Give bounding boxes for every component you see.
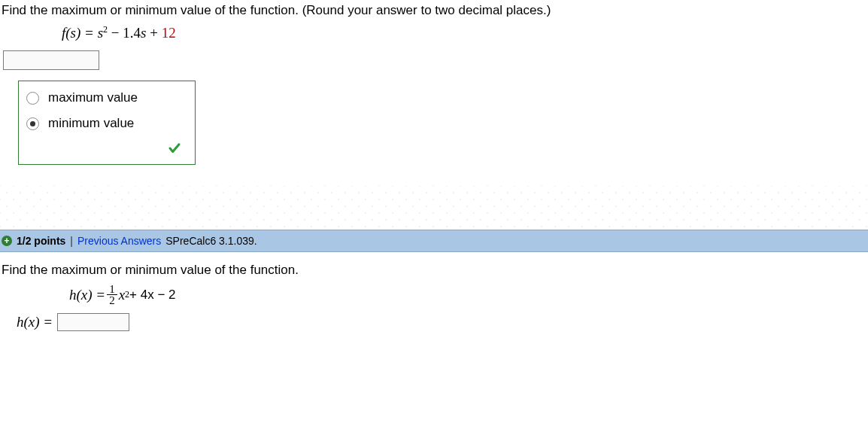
q1-option-max-label: maximum value (48, 90, 138, 105)
q1-option-max-row[interactable]: maximum value (26, 90, 187, 105)
q2-prompt: Find the maximum or minimum value of the… (2, 263, 868, 278)
q1-formula: f(s) = s2 − 1.4s + 12 (62, 24, 868, 41)
question-header: + 1/2 points | Previous Answers SPreCalc… (0, 230, 868, 252)
q1-const: 12 (162, 25, 176, 41)
header-divider: | (70, 235, 73, 247)
fraction-top: 1 (107, 284, 117, 295)
q1-value-input[interactable] (3, 50, 99, 70)
fraction-half: 1 2 (107, 284, 117, 306)
radio-min[interactable] (26, 117, 39, 130)
correct-mark (26, 142, 187, 158)
q2-xvar: x (119, 287, 125, 303)
q1-option-box: maximum value minimum value (18, 81, 196, 165)
question-reference: SPreCalc6 3.1.039. (165, 235, 256, 247)
question-2: Find the maximum or minimum value of the… (0, 252, 868, 331)
q1-fs: f(s) = s (62, 25, 103, 41)
q2-value-input[interactable] (57, 313, 129, 331)
points-label: 1/2 points (17, 235, 65, 247)
q1-option-min-label: minimum value (48, 116, 134, 131)
radio-max[interactable] (26, 92, 39, 105)
q1-plus: + (146, 25, 161, 41)
q2-answer-row: h(x) = (17, 313, 868, 331)
q1-option-min-row[interactable]: minimum value (26, 116, 187, 131)
expand-icon[interactable]: + (2, 236, 12, 246)
q1-minus: − (108, 25, 123, 41)
q1-coef: 1.4 (123, 25, 141, 41)
fraction-bot: 2 (107, 295, 117, 306)
check-icon (168, 142, 181, 155)
q2-answer-label: h(x) = (17, 314, 53, 330)
q2-lhs: h(x) = (69, 287, 105, 303)
question-1: Find the maximum or minimum value of the… (0, 0, 868, 165)
question-separator (0, 186, 868, 230)
q1-prompt: Find the maximum or minimum value of the… (2, 3, 868, 18)
q2-formula: h(x) = 1 2 x2 + 4x − 2 (69, 284, 868, 306)
previous-answers-link[interactable]: Previous Answers (77, 235, 161, 247)
q2-tail: + 4x − 2 (129, 288, 175, 303)
